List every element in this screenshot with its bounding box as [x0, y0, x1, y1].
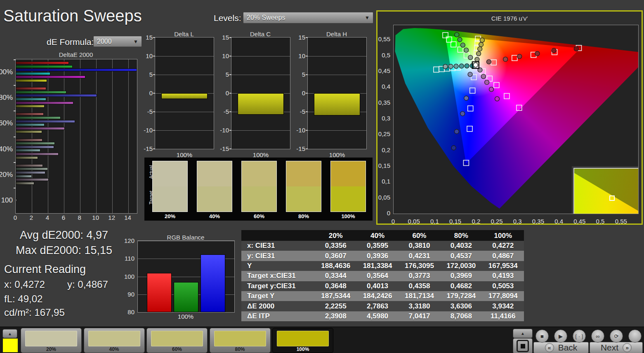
measurement-circle [481, 74, 486, 79]
axis-tick [153, 37, 155, 38]
swatch-label: 80% [210, 346, 270, 352]
cie-x-axis: 00,050,10,150,20,250,30,350,40,450,50,55 [393, 216, 638, 224]
y-tick-label: 0 [217, 89, 229, 96]
de-formula-label: dE Formula: [47, 37, 94, 47]
refresh-icon: ⟳ [614, 333, 619, 339]
gridline [155, 75, 214, 75]
axis-tick [153, 148, 155, 149]
axis-tick [229, 74, 231, 75]
compare-swatch [197, 161, 232, 212]
x-tick-label: 0,25 [488, 218, 505, 225]
back-button[interactable]: « Back [533, 342, 589, 353]
current-reading-title: Current Reading [4, 263, 86, 276]
patch-swatch-80%[interactable]: 80% [210, 328, 271, 353]
stop-frame-button[interactable] [513, 338, 533, 353]
measurement-circle [460, 111, 465, 116]
target-color [286, 186, 321, 212]
rgb-bar [174, 282, 198, 312]
deltae-bar [16, 79, 47, 82]
swatch-color [88, 331, 140, 346]
y-tick-label: 5 [217, 71, 229, 78]
blank-button[interactable] [628, 329, 642, 343]
measurement-circle [574, 47, 578, 51]
levels-dropdown[interactable]: 20% Sweeps ▼ [243, 12, 373, 24]
y-tick-label: -5 [293, 108, 305, 115]
deltae-bar [16, 113, 44, 115]
x-tick-label: 0 [385, 218, 401, 225]
patch-swatch-20%[interactable]: 20% [21, 328, 82, 353]
axis-tick [306, 56, 308, 56]
calman-saturation-sweeps-page: Saturation Sweeps dE Formula: 2000 ▼ Lev… [0, 0, 644, 353]
table-cell: 0,3969 [440, 271, 482, 281]
y-tick-label: 15 [217, 34, 229, 41]
target-square [504, 94, 510, 99]
patch-swatch-40%[interactable]: 40% [84, 328, 145, 353]
group-label: 60% [0, 119, 13, 127]
y-tick-label: 0,5 [382, 52, 390, 59]
target-square [463, 160, 469, 166]
measurement-circle [477, 52, 481, 56]
actual-color [331, 161, 366, 186]
y-tick-label: 0,55 [378, 35, 390, 42]
table-cell: 184,2426 [356, 291, 398, 301]
axis-tick [14, 85, 16, 86]
deltae-bar [16, 75, 85, 78]
measurement-circle [479, 42, 484, 47]
play-button[interactable]: ▶ [554, 329, 567, 343]
deltae-bar [16, 65, 73, 68]
patch-swatch-100%[interactable]: 100% [272, 328, 333, 353]
table-cell: 181,3384 [356, 261, 398, 271]
y-tick-label: 0 [293, 89, 305, 96]
group-label: 80% [0, 94, 13, 102]
measurement-circle [465, 64, 469, 68]
current-x: x: 0,4272 [4, 279, 45, 290]
current-y: y: 0,4867 [67, 279, 108, 290]
de-formula-value: 2000 [97, 38, 133, 45]
table-cell: 0,3595 [356, 241, 398, 251]
axis-tick [306, 148, 308, 149]
group-label: 40% [0, 145, 13, 153]
cie-y-axis: 00,050,10,150,20,250,30,350,40,450,50,55 [377, 25, 392, 213]
target-square [491, 60, 496, 65]
frame-button[interactable]: ❲·❳ [573, 329, 586, 343]
gridline [155, 130, 214, 131]
patch-swatch-60%[interactable]: 60% [146, 328, 208, 353]
refresh-button[interactable]: ⟳ [610, 329, 623, 343]
de-formula-dropdown[interactable]: 2000 ▼ [93, 36, 142, 47]
measurement-circle [455, 33, 459, 37]
swatch-label: 100% [273, 346, 333, 352]
y-tick-label: 0,45 [378, 67, 390, 74]
x-tick-label: 0,35 [530, 218, 546, 225]
collapse-transport-button[interactable]: ▲ [513, 329, 533, 338]
collapse-patch-button[interactable]: ▲ [2, 329, 17, 338]
group-label: 20% [0, 171, 13, 179]
table-row: Target y:CIE310,36480,40130,43580,46820,… [241, 281, 524, 291]
table-header-cell: 60% [399, 231, 440, 241]
delta-c-chart: 151050-5-10-15100% [231, 37, 290, 149]
table-header-cell: 20% [315, 231, 356, 241]
next-button-label: Next [601, 343, 618, 353]
stop-icon: ■ [540, 333, 544, 339]
stop-button[interactable]: ■ [535, 329, 549, 343]
deltae-bar [16, 116, 61, 119]
table-cell: 0,4272 [482, 241, 524, 251]
deltae-bar [16, 182, 34, 185]
y-tick-label: 110 [125, 255, 134, 262]
table-cell: 0,4032 [440, 241, 482, 251]
axis-tick [229, 111, 231, 112]
table-cell: 187,5344 [315, 291, 356, 301]
next-button[interactable]: Next » [590, 342, 643, 353]
loop-button[interactable]: ∞ [591, 329, 604, 343]
delta-l-title: Delta L [155, 31, 213, 38]
cie-plot-area [393, 25, 639, 214]
y-tick-label: 5 [293, 71, 305, 78]
deltae-bar [16, 130, 42, 133]
table-row: Target Y187,5344184,2426181,7134179,7284… [241, 291, 524, 301]
swatch-color [214, 331, 266, 346]
axis-tick [14, 162, 16, 163]
measurement-circle [448, 64, 453, 69]
table-cell: 7,0417 [399, 311, 440, 321]
y-tick-label: 80 [127, 308, 134, 315]
deltae-x-axis: 02468101214 [15, 214, 137, 221]
y-tick-label: 0,15 [378, 162, 390, 169]
